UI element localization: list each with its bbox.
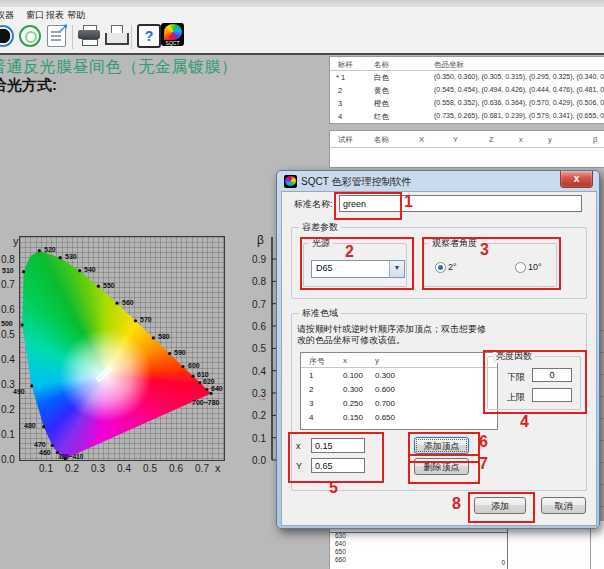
- cell-coords[interactable]: (0.545, 0.454), (0.494, 0.426), (0.444, …: [434, 86, 604, 93]
- dialog-app-icon: [284, 175, 297, 188]
- vertex-row[interactable]: 2: [309, 385, 313, 394]
- x-tick: 0.7: [194, 463, 210, 474]
- print-output-icon[interactable]: [105, 25, 127, 45]
- col-header-x[interactable]: x: [519, 135, 523, 144]
- x-tick: 0.2: [64, 463, 80, 474]
- vertex-table[interactable]: 序号 x y 1 0.100 0.300 2 0.300 0.600 3 0.2…: [300, 352, 498, 430]
- help-icon[interactable]: ?: [137, 24, 161, 48]
- annotation-number-7: 7: [479, 455, 488, 473]
- cell-coords[interactable]: (0.735, 0.265), (0.681, 0.239), (0.579, …: [434, 112, 604, 119]
- vertex-x[interactable]: 0.100: [343, 371, 363, 380]
- beta-tick: 0.4: [246, 366, 266, 377]
- page-title: 普通反光膜昼间色（无金属镀膜）: [0, 57, 238, 78]
- col-header-beta[interactable]: β: [593, 135, 597, 144]
- cell-name[interactable]: 橙色: [374, 99, 389, 109]
- y-tick: 0.4: [1, 354, 15, 365]
- annotation-box-8: [468, 492, 535, 523]
- annotation-number-8: 8: [452, 495, 461, 513]
- vertex-x[interactable]: 0.250: [343, 399, 363, 408]
- col-header-Y[interactable]: Y: [453, 135, 458, 144]
- vertex-y[interactable]: 0.300: [375, 371, 395, 380]
- table-row[interactable]: 3: [338, 99, 342, 108]
- col-header-name[interactable]: 名称: [374, 60, 389, 70]
- vertex-col-y: y: [375, 356, 379, 365]
- cancel-button[interactable]: 取消: [541, 497, 586, 514]
- locus-label: 600: [188, 362, 200, 369]
- cell-name[interactable]: 红色: [374, 112, 389, 122]
- list-item: 650: [335, 548, 346, 555]
- vertex-row[interactable]: 1: [309, 371, 313, 380]
- locus-label: 580: [158, 333, 170, 340]
- report-export-icon[interactable]: ➚: [47, 25, 66, 47]
- annotation-box-1: [334, 192, 402, 220]
- vertex-y[interactable]: 0.650: [375, 413, 395, 422]
- list-item: 630: [335, 532, 346, 539]
- instrument-circle-icon[interactable]: [0, 25, 14, 47]
- vertex-row[interactable]: 4: [309, 413, 313, 422]
- vertex-y[interactable]: 0.700: [375, 399, 395, 408]
- toolbar-separator: [131, 25, 132, 49]
- export-arrow-icon: ➚: [58, 20, 69, 35]
- locus-label: 380~410: [58, 453, 84, 460]
- locus-label: 530: [65, 253, 77, 260]
- locus-label: 480: [24, 422, 36, 429]
- locus-label: 520: [44, 246, 56, 253]
- y-tick: 0.3: [1, 379, 15, 390]
- instruction-line2: 改的色品坐标可修改该值。: [297, 334, 405, 347]
- col-header-name[interactable]: 名称: [374, 135, 389, 145]
- x-axis-label: x: [215, 462, 221, 474]
- rainbow-swirl-icon: [164, 24, 182, 40]
- col-header-sample[interactable]: 试样: [338, 135, 353, 145]
- vertex-x[interactable]: 0.300: [343, 385, 363, 394]
- menu-instrument[interactable]: 仪器: [0, 9, 14, 22]
- col-header-coords[interactable]: 色品坐标: [434, 60, 464, 70]
- vertex-y[interactable]: 0.600: [375, 385, 395, 394]
- locus-label: 550: [103, 282, 115, 289]
- list-item: 660: [335, 556, 346, 563]
- locus-label: 560: [122, 299, 134, 306]
- x-tick: 0.6: [168, 463, 184, 474]
- y-tick: 0.7: [1, 279, 15, 290]
- beta-tick: 0.6: [246, 321, 266, 332]
- beta-tick: 0.2: [246, 410, 266, 421]
- vertex-x[interactable]: 0.150: [343, 413, 363, 422]
- locus-label: 640: [211, 385, 223, 392]
- cie-horseshoe-gamut: [20, 237, 224, 460]
- locus-label: 620: [203, 378, 215, 385]
- x-tick: 0.5: [142, 463, 158, 474]
- beta-tick: 0.7: [246, 299, 266, 310]
- toolbar-separator: [72, 25, 73, 49]
- list-item: 640: [335, 540, 346, 547]
- locus-label: 510: [2, 267, 14, 274]
- tolerance-group-label: 容差参数: [299, 221, 341, 234]
- col-header-X[interactable]: X: [419, 135, 424, 144]
- chromaticity-plot: [20, 237, 224, 460]
- annotation-number-1: 1: [404, 193, 413, 211]
- x-tick: 0.3: [90, 463, 106, 474]
- cell-name[interactable]: 黄色: [374, 86, 389, 96]
- cell-coords[interactable]: (0.350, 0.360), (0.305, 0.315), (0.295, …: [434, 73, 604, 80]
- sqct-dialog: SQCT 色彩管理控制软件 x 标准名称: 1 容差参数 光源 D65 ▼ 2 …: [276, 170, 600, 529]
- menu-window[interactable]: 窗口: [26, 9, 44, 22]
- menu-help[interactable]: 帮助: [67, 9, 85, 22]
- sqct-logo-icon[interactable]: SQCT: [161, 23, 184, 46]
- beta-marker-arrow: →: [257, 392, 267, 403]
- close-icon[interactable]: x: [560, 171, 593, 188]
- locus-label: 610: [197, 371, 209, 378]
- table-row[interactable]: * 1: [336, 73, 345, 82]
- col-header-Z[interactable]: Z: [489, 135, 494, 144]
- vertex-row[interactable]: 3: [309, 399, 313, 408]
- print-icon[interactable]: [78, 25, 100, 45]
- col-header-standard[interactable]: 标样: [338, 60, 353, 70]
- vertex-col-x: x: [343, 356, 347, 365]
- x-tick: 0.1: [38, 463, 54, 474]
- beta-tick: 0.9: [246, 254, 266, 265]
- vertex-col-index: 序号: [309, 356, 325, 367]
- table-row[interactable]: 2: [338, 86, 342, 95]
- cell-coords[interactable]: (0.558, 0.352), (0.636, 0.364), (0.570, …: [434, 99, 604, 106]
- locus-label: 590: [174, 349, 186, 356]
- target-circle-icon[interactable]: [19, 25, 41, 47]
- col-header-y[interactable]: y: [548, 135, 552, 144]
- table-row[interactable]: 4: [338, 112, 342, 121]
- cell-name[interactable]: 白色: [374, 73, 389, 83]
